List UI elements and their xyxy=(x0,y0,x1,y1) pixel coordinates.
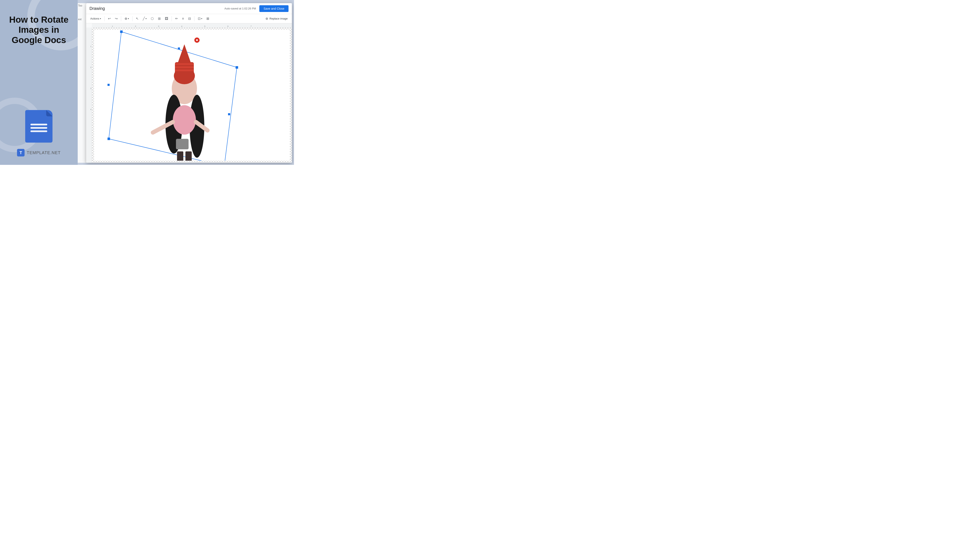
replace-image-icon: ⊕ xyxy=(266,17,268,21)
redo-icon: ↪ xyxy=(115,17,118,21)
image-icon: 🖼 xyxy=(165,17,168,21)
zoom-chevron-icon: ▾ xyxy=(128,17,129,20)
leg-left xyxy=(177,151,183,161)
body xyxy=(173,105,196,135)
main-title: How to Rotate Images in Google Docs xyxy=(6,15,72,45)
doc-icon-lines xyxy=(30,124,47,132)
line-icon: ╱ xyxy=(143,17,145,21)
transform-button[interactable]: ⊠ xyxy=(205,16,211,22)
crop-icon: ⊡ xyxy=(198,17,200,21)
ruler-mark-2: 2 xyxy=(135,25,136,27)
hat-stripe-3 xyxy=(175,70,194,71)
purse xyxy=(176,139,189,149)
handle-tr xyxy=(235,66,238,69)
replace-image-button[interactable]: ⊕ Replace image xyxy=(264,16,290,22)
handle-bl xyxy=(108,138,110,140)
shape-button[interactable]: ⬡ xyxy=(149,16,155,22)
divider-4 xyxy=(172,16,172,21)
ruler-mark-5: 5 xyxy=(204,25,205,27)
autosaved-text: Auto-saved at 1:02:26 PM xyxy=(224,7,256,10)
dialog-canvas: 1 2 3 4 5 6 7 1 2 3 4 xyxy=(86,23,292,163)
redo-button[interactable]: ↪ xyxy=(113,16,119,22)
google-docs-icon xyxy=(25,110,52,143)
partial-text-too: Too xyxy=(78,4,82,7)
partial-sidebar: Too ext xyxy=(78,3,86,163)
hat-stripe-2 xyxy=(175,66,194,68)
undo-button[interactable]: ↩ xyxy=(106,16,112,22)
handle-mr xyxy=(228,113,230,115)
border-grid-icon: ⊟ xyxy=(188,17,191,21)
hat-point xyxy=(178,44,191,62)
pen-icon: ✏ xyxy=(175,17,178,21)
shape-icon: ⬡ xyxy=(151,17,154,21)
actions-chevron-icon: ▾ xyxy=(100,17,101,20)
doc-line-2 xyxy=(30,127,47,129)
format-icon: ≡ xyxy=(182,17,184,21)
border-button[interactable]: ⊟ xyxy=(186,16,192,22)
ruler-mark-v-3: 3 xyxy=(90,87,91,89)
right-panel: Too ext Drawing Auto-saved at 1:02:26 PM… xyxy=(78,0,294,165)
textbox-icon: ⊞ xyxy=(158,17,161,21)
save-close-button[interactable]: Save and Close xyxy=(259,5,288,12)
actions-button[interactable]: Actions ▾ xyxy=(89,16,103,22)
textbox-button[interactable]: ⊞ xyxy=(156,16,162,22)
ruler-left: 1 2 3 4 xyxy=(86,27,92,163)
left-panel: How to Rotate Images in Google Docs T TE… xyxy=(0,0,78,165)
transform-icon: ⊠ xyxy=(207,17,209,21)
cursor-icon: ↖ xyxy=(136,17,138,21)
replace-image-label: Replace image xyxy=(269,17,288,20)
brand-name: TEMPLATE.NET xyxy=(27,150,61,155)
crop-chevron-icon: ▾ xyxy=(201,17,202,20)
zoom-button[interactable]: ⊕ ▾ xyxy=(123,16,130,22)
divider-1 xyxy=(104,16,105,21)
handle-tm xyxy=(178,48,180,49)
drawing-area[interactable] xyxy=(92,27,292,163)
handle-tl xyxy=(120,30,123,33)
undo-icon: ↩ xyxy=(108,17,111,21)
leg-right xyxy=(185,151,192,161)
line-chevron-icon: ▾ xyxy=(146,17,146,20)
ruler-mark-v-1: 1 xyxy=(90,45,91,48)
hat-stripe-1 xyxy=(175,63,194,65)
drawing-dialog: Drawing Auto-saved at 1:02:26 PM Save an… xyxy=(86,3,292,163)
crop-button[interactable]: ⊡ ▾ xyxy=(196,16,204,22)
image-button[interactable]: 🖼 xyxy=(163,16,170,22)
dialog-header: Drawing Auto-saved at 1:02:26 PM Save an… xyxy=(86,3,292,14)
doc-content-area xyxy=(94,30,290,161)
doc-line-1 xyxy=(30,124,47,126)
ruler-mark-v-4: 4 xyxy=(90,108,91,110)
handle-ml xyxy=(108,84,110,86)
brand-wrap: T TEMPLATE.NET xyxy=(17,149,61,156)
doc-line-3 xyxy=(30,130,47,132)
select-button[interactable]: ↖ xyxy=(134,16,140,22)
ruler-top: 1 2 3 4 5 6 7 xyxy=(92,23,292,27)
ruler-mark-3: 3 xyxy=(158,25,159,27)
rotation-handle-dot xyxy=(196,39,198,41)
ruler-mark-4: 4 xyxy=(181,25,182,27)
ruler-mark-6: 6 xyxy=(228,25,229,27)
ruler-mark-1: 1 xyxy=(112,25,113,27)
dialog-toolbar: Actions ▾ ↩ ↪ ⊕ ▾ ↖ xyxy=(86,14,292,23)
zoom-icon: ⊕ xyxy=(124,17,127,21)
partial-text-ext: ext xyxy=(78,18,81,21)
format-button[interactable]: ≡ xyxy=(180,16,186,22)
dialog-title: Drawing xyxy=(89,6,105,11)
line-button[interactable]: ╱ ▾ xyxy=(141,16,148,22)
ruler-mark-v-2: 2 xyxy=(90,66,91,68)
canvas-svg xyxy=(94,30,290,161)
doc-icon-wrapper xyxy=(25,110,52,143)
pen-button[interactable]: ✏ xyxy=(173,16,180,22)
ruler-mark-7: 7 xyxy=(250,25,251,27)
brand-t-icon: T xyxy=(17,149,25,156)
actions-label: Actions xyxy=(90,17,99,20)
